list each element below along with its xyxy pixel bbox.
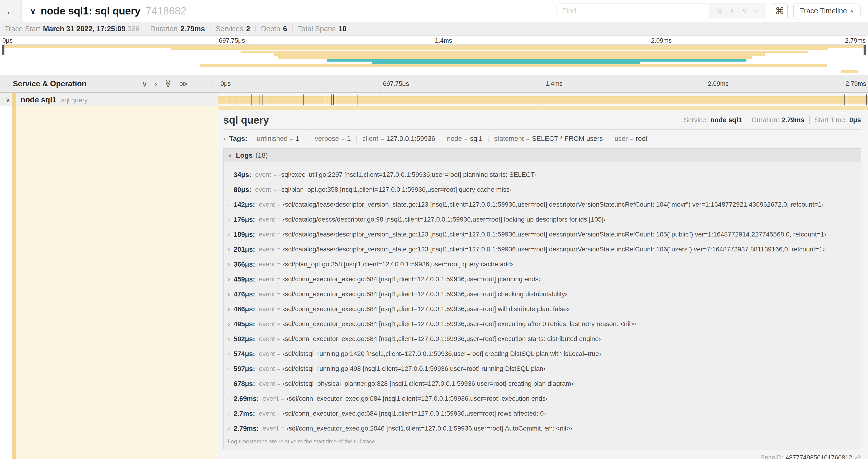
- log-entry-row[interactable]: › 2.69ms: event = ‹sql/conn_executor_exe…: [228, 391, 859, 406]
- log-equals: =: [277, 365, 280, 372]
- log-field-value: ‹sql/conn_executor_exec.go:684 [nsql1,cl…: [283, 305, 569, 313]
- trace-summary-bar: Trace Start March 31 2022, 17:25:09 .326…: [0, 22, 868, 36]
- log-entry-row[interactable]: › 34μs: event = ‹sql/exec_util.go:2297 […: [228, 167, 859, 182]
- trace-id: 7418682: [146, 5, 186, 17]
- log-marker-tick[interactable]: [352, 94, 352, 105]
- collapse-trace-chevron-icon[interactable]: ∨: [30, 6, 36, 16]
- log-entry-row[interactable]: › 502μs: event = ‹sql/conn_executor_exec…: [228, 331, 859, 346]
- log-entry-row[interactable]: › 176μs: event = ‹sql/catalog/descs/desc…: [228, 212, 859, 227]
- tag-item[interactable]: _verbose = 1: [305, 135, 356, 142]
- log-equals: =: [277, 410, 280, 417]
- log-entry-row[interactable]: › 597μs: event = ‹sql/distsql_running.go…: [228, 361, 859, 376]
- log-marker-tick[interactable]: [844, 94, 845, 105]
- keyboard-shortcuts-button[interactable]: ⌘: [772, 3, 788, 19]
- log-marker-tick[interactable]: [357, 94, 358, 105]
- next-result-icon[interactable]: ∨: [742, 7, 747, 14]
- span-name-cell[interactable]: ∨ node sql1sql query: [0, 93, 218, 106]
- log-marker-tick[interactable]: [262, 94, 262, 105]
- log-entry-row[interactable]: › 459μs: event = ‹sql/conn_executor_exec…: [228, 272, 859, 287]
- tag-item[interactable]: user = root: [609, 135, 653, 142]
- minimap-span-bar: [274, 54, 765, 56]
- log-field-key: event: [259, 335, 275, 342]
- minimap-canvas[interactable]: [2, 44, 866, 73]
- clear-find-icon[interactable]: ×: [754, 7, 758, 14]
- minimap-scrubber-left[interactable]: [2, 45, 4, 55]
- log-timestamp: 80μs:: [234, 186, 251, 194]
- find-input[interactable]: [557, 3, 709, 19]
- minimap-span-bar: [241, 51, 808, 53]
- minimap-tick: 697.75μs: [219, 37, 245, 44]
- span-color-strip: [12, 93, 16, 106]
- log-entry-row[interactable]: › 495μs: event = ‹sql/conn_executor_exec…: [228, 317, 859, 331]
- collapse-children-chevron-icon[interactable]: ∨: [6, 96, 10, 104]
- log-entry-row[interactable]: › 142μs: event = ‹sql/catalog/lease/desc…: [228, 197, 859, 212]
- log-entry-row[interactable]: › 486μs: event = ‹sql/conn_executor_exec…: [228, 302, 859, 317]
- log-timestamp: 502μs:: [234, 335, 255, 343]
- expand-all-icon[interactable]: ≫: [180, 80, 188, 88]
- log-field-key: event: [259, 305, 275, 313]
- tag-item[interactable]: statement = SELECT * FROM users: [488, 135, 609, 142]
- logs-header[interactable]: ∨ Logs (18): [223, 149, 861, 162]
- minimap-scrubber-right[interactable]: [864, 45, 866, 55]
- log-field-key: event: [259, 380, 275, 387]
- minimap-tick: 0μs: [2, 37, 12, 44]
- log-entry-row[interactable]: › 2.79ms: event = ‹sql/conn_executor_exe…: [228, 421, 859, 436]
- span-duration-bar[interactable]: [218, 96, 868, 104]
- log-marker-tick[interactable]: [376, 94, 376, 105]
- tag-item[interactable]: node = sql1: [441, 135, 488, 142]
- log-entry-row[interactable]: › 80μs: event = ‹sql/plan_opt.go:358 [ns…: [228, 182, 859, 197]
- log-entry-row[interactable]: › 201μs: event = ‹sql/catalog/lease/desc…: [228, 242, 859, 257]
- log-marker-tick[interactable]: [237, 94, 237, 105]
- logs-count: (18): [255, 151, 268, 159]
- chevron-right-icon: ›: [228, 350, 230, 358]
- log-marker-tick[interactable]: [335, 94, 335, 105]
- log-equals: =: [277, 351, 280, 357]
- previous-result-icon[interactable]: ∧: [730, 7, 735, 14]
- column-resize-gripper[interactable]: [213, 83, 215, 90]
- log-field-value: ‹sql/conn_executor_exec.go:684 [nsql1,cl…: [283, 290, 567, 298]
- locate-icon[interactable]: ◎: [716, 7, 722, 14]
- chevron-right-icon: ›: [228, 395, 230, 402]
- log-marker-tick[interactable]: [866, 94, 867, 105]
- log-entry-row[interactable]: › 574μs: event = ‹sql/distsql_running.go…: [228, 346, 859, 361]
- back-button[interactable]: ←: [0, 0, 22, 22]
- log-marker-tick[interactable]: [329, 94, 329, 105]
- log-entry-row[interactable]: › 366μs: event = ‹sql/plan_opt.go:358 [n…: [228, 257, 859, 272]
- log-marker-tick[interactable]: [303, 94, 304, 105]
- collapse-one-icon[interactable]: ∨: [142, 80, 148, 88]
- log-field-value: ‹sql/distsql_running.go:498 [nsql1,clien…: [283, 365, 546, 372]
- log-marker-tick[interactable]: [333, 94, 334, 105]
- log-entry-row[interactable]: › 2.7ms: event = ‹sql/conn_executor_exec…: [228, 406, 859, 421]
- log-entry-row[interactable]: › 678μs: event = ‹sql/distsql_physical_p…: [228, 376, 859, 391]
- log-field-value: ‹sql/catalog/descs/descriptor.go:98 [nsq…: [283, 216, 606, 223]
- tag-key: _unfinished: [253, 135, 287, 142]
- log-entry-row[interactable]: › 189μs: event = ‹sql/catalog/lease/desc…: [228, 227, 859, 242]
- collapse-all-icon[interactable]: ≫: [164, 79, 173, 88]
- log-marker-tick[interactable]: [226, 94, 226, 105]
- log-marker-tick[interactable]: [251, 94, 251, 105]
- tag-key: node: [447, 135, 462, 142]
- service-operation-title: Service & Operation: [13, 79, 86, 88]
- tags-row[interactable]: › Tags: _unfinished = 1 _verbose = 1 cli…: [223, 134, 861, 143]
- summary-item: Depth 6: [255, 25, 287, 33]
- timeline-ruler: 0μs 697.75μs 1.4ms 2.09ms 2.79ms: [218, 75, 868, 92]
- tag-item[interactable]: _unfinished = 1: [253, 135, 305, 142]
- log-field-key: event: [259, 320, 275, 328]
- log-marker-tick[interactable]: [847, 94, 847, 105]
- tags-label: Tags:: [229, 135, 247, 142]
- column-divider[interactable]: [218, 93, 218, 459]
- summary-value: 2.79ms: [180, 25, 205, 33]
- deep-link-icon[interactable]: [855, 454, 861, 459]
- tag-item[interactable]: client = 127.0.0.1:59936: [356, 135, 441, 142]
- log-timestamp: 142μs:: [234, 201, 255, 208]
- log-equals: =: [277, 261, 280, 267]
- expand-one-icon[interactable]: ›: [154, 80, 157, 88]
- span-operation-title: sql query: [223, 114, 269, 126]
- log-marker-tick[interactable]: [331, 94, 332, 105]
- log-marker-tick[interactable]: [259, 94, 259, 105]
- log-entry-row[interactable]: › 476μs: event = ‹sql/conn_executor_exec…: [228, 287, 859, 302]
- log-marker-tick[interactable]: [265, 94, 265, 105]
- summary-suffix: .326: [125, 25, 139, 33]
- log-marker-tick[interactable]: [325, 94, 325, 105]
- trace-view-selector[interactable]: Trace Timeline ∨: [793, 3, 861, 19]
